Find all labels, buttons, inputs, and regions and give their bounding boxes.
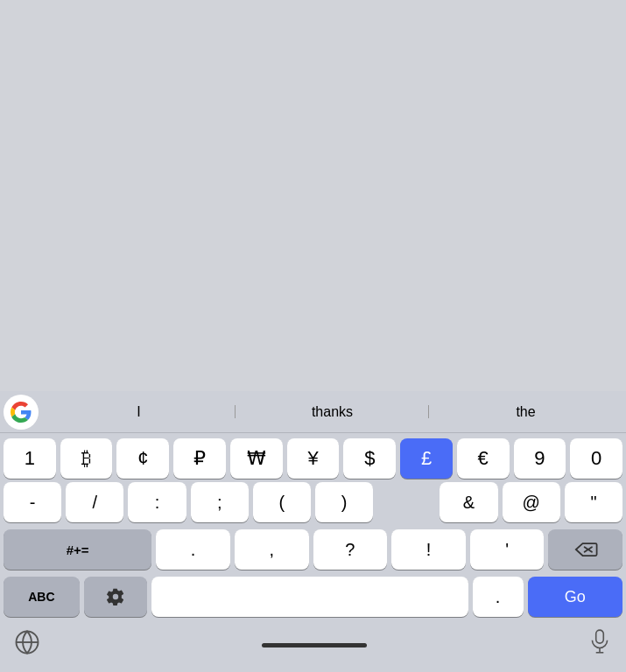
key-empty bbox=[377, 482, 435, 522]
suggestions-bar: I thanks the bbox=[0, 391, 626, 433]
row-punctuation: #+= . , ? ! ' bbox=[4, 529, 622, 570]
key-1[interactable]: 1 bbox=[4, 438, 56, 479]
key-9[interactable]: 9 bbox=[514, 438, 566, 479]
suggestion-thanks[interactable]: thanks bbox=[236, 401, 429, 424]
key-0[interactable]: 0 bbox=[570, 438, 622, 479]
key-question[interactable]: ? bbox=[313, 529, 388, 570]
key-space[interactable] bbox=[151, 577, 468, 617]
key-dollar[interactable]: $ bbox=[343, 438, 396, 479]
key-quote[interactable]: " bbox=[565, 482, 622, 522]
google-logo bbox=[4, 395, 39, 430]
suggestion-i[interactable]: I bbox=[42, 401, 236, 424]
key-period-bottom[interactable]: . bbox=[473, 577, 524, 617]
top-area bbox=[0, 0, 626, 391]
key-close-paren[interactable]: ) bbox=[315, 482, 373, 522]
key-semicolon[interactable]: ; bbox=[191, 482, 249, 522]
globe-icon[interactable] bbox=[14, 629, 40, 662]
svg-rect-4 bbox=[596, 630, 604, 643]
key-open-paren[interactable]: ( bbox=[253, 482, 311, 522]
key-apostrophe[interactable]: ' bbox=[470, 529, 545, 570]
key-settings[interactable] bbox=[84, 577, 147, 617]
keyboard-container: I thanks the 1 ₿ ¢ ₽ ₩ ¥ $ £ € 9 0 - / :… bbox=[0, 391, 626, 672]
key-cent[interactable]: ¢ bbox=[116, 438, 169, 479]
key-ruble[interactable]: ₽ bbox=[173, 438, 226, 479]
key-won[interactable]: ₩ bbox=[230, 438, 283, 479]
key-abc[interactable]: ABC bbox=[4, 577, 80, 617]
key-exclaim[interactable]: ! bbox=[391, 529, 466, 570]
suggestion-the[interactable]: the bbox=[429, 401, 622, 424]
bottom-bar bbox=[0, 624, 626, 672]
key-slash[interactable]: / bbox=[66, 482, 123, 522]
key-colon[interactable]: : bbox=[128, 482, 186, 522]
keyboard-rows: - / : ; ( ) & @ " #+= . , ? ! ' bbox=[0, 482, 626, 617]
row-bottom: ABC . Go bbox=[4, 577, 622, 617]
home-indicator bbox=[262, 643, 367, 648]
currency-row: 1 ₿ ¢ ₽ ₩ ¥ $ £ € 9 0 bbox=[0, 433, 626, 482]
key-ampersand[interactable]: & bbox=[440, 482, 497, 522]
key-euro[interactable]: € bbox=[457, 438, 510, 479]
key-bitcoin[interactable]: ₿ bbox=[60, 438, 113, 479]
key-go[interactable]: Go bbox=[528, 577, 622, 617]
key-dash[interactable]: - bbox=[4, 482, 61, 522]
key-yen[interactable]: ¥ bbox=[287, 438, 340, 479]
key-hashplus[interactable]: #+= bbox=[4, 529, 151, 570]
microphone-icon[interactable] bbox=[587, 629, 612, 662]
key-period[interactable]: . bbox=[156, 529, 230, 570]
suggestions-list: I thanks the bbox=[42, 401, 622, 424]
key-backspace[interactable] bbox=[548, 529, 622, 570]
key-comma[interactable]: , bbox=[235, 529, 309, 570]
key-pound[interactable]: £ bbox=[400, 438, 453, 479]
row-symbols: - / : ; ( ) & @ " bbox=[4, 482, 622, 522]
key-at[interactable]: @ bbox=[503, 482, 560, 522]
